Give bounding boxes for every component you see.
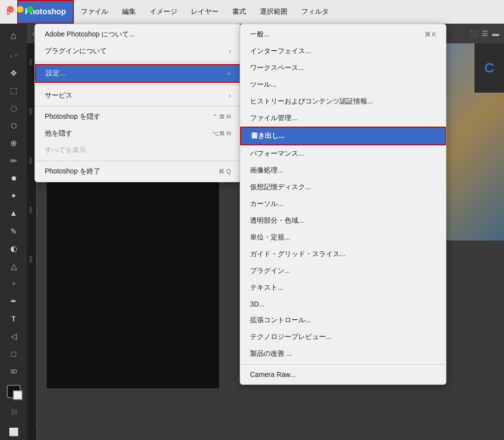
- menu-file[interactable]: ファイル: [74, 0, 115, 24]
- tool-eyedropper[interactable]: ✏: [5, 153, 23, 169]
- settings-image-processing[interactable]: 画像処理...: [240, 162, 446, 179]
- settings-history[interactable]: ヒストリーおよびコンテンツ認証情報...: [240, 93, 446, 110]
- divider-3: [35, 106, 241, 106]
- settings-performance[interactable]: パフォーマンス...: [240, 145, 446, 162]
- tool-shape[interactable]: □: [5, 346, 23, 363]
- settings-text[interactable]: テキスト...: [240, 279, 446, 296]
- menu-about-photoshop-label: Adobe Photoshop について...: [45, 30, 135, 39]
- settings-transparency-label: 透明部分・色域...: [250, 216, 304, 225]
- settings-cursors[interactable]: カーソル...: [240, 196, 446, 212]
- menu-filter[interactable]: フィルタ: [294, 0, 336, 24]
- settings-performance-label: パフォーマンス...: [250, 149, 304, 158]
- settings-product-improvement[interactable]: 製品の改善 ...: [240, 345, 446, 362]
- menu-quit-label: Photoshop を終了: [45, 167, 100, 176]
- settings-extended-controls[interactable]: 拡張コントロール...: [240, 312, 446, 329]
- menu-preferences[interactable]: 設定... ›: [35, 64, 241, 83]
- tool-home[interactable]: ⌂: [5, 28, 23, 44]
- tool-fg-color[interactable]: [7, 385, 21, 398]
- menu-services[interactable]: サービス ›: [35, 87, 241, 104]
- settings-general-label: 一般...: [250, 30, 270, 39]
- settings-scratch-disks[interactable]: 仮想記憶ディスク...: [240, 179, 446, 196]
- settings-guides-label: ガイド・グリッド・スライス...: [250, 250, 346, 259]
- menu-hide-photoshop-shortcut: ⌃ ⌘ H: [213, 113, 231, 120]
- settings-tools[interactable]: ツール...: [240, 76, 446, 93]
- tool-path[interactable]: ◁: [5, 328, 23, 345]
- menubar:  Photoshop ファイル 編集 イメージ レイヤー 書式 選択範囲 フィ…: [0, 0, 504, 24]
- tool-color-reset[interactable]: ⬛: [5, 404, 23, 421]
- settings-units[interactable]: 単位・定規...: [240, 229, 446, 246]
- settings-submenu: 一般... ⌘ K インターフェイス... ワークスペース... ツール... …: [240, 24, 446, 385]
- settings-general[interactable]: 一般... ⌘ K: [240, 26, 446, 43]
- settings-workspace[interactable]: ワークスペース...: [240, 60, 446, 76]
- menu-hide-others-label: 他を隠す: [45, 129, 72, 138]
- tool-blur[interactable]: △: [5, 258, 23, 275]
- settings-units-label: 単位・定規...: [250, 233, 290, 242]
- tool-pen[interactable]: ✒: [5, 293, 23, 310]
- menu-hide-others[interactable]: 他を隠す ⌥⌘ H: [35, 125, 241, 142]
- menu-image[interactable]: イメージ: [143, 0, 184, 24]
- settings-plugins[interactable]: プラグイン...: [240, 263, 446, 279]
- options-icon-3[interactable]: ▬: [492, 30, 499, 37]
- tool-separator: ▲▼: [5, 47, 23, 64]
- tool-move[interactable]: ✥: [5, 65, 23, 81]
- tool-gradient[interactable]: ◐: [5, 240, 23, 257]
- tool-3d[interactable]: 3D: [5, 363, 23, 380]
- tool-brush[interactable]: ✦: [5, 188, 23, 204]
- menu-quit[interactable]: Photoshop を終了 ⌘ Q: [35, 163, 241, 180]
- tool-stamp[interactable]: ▲: [5, 205, 23, 222]
- submenu-arrow-plugins: ›: [229, 48, 231, 55]
- settings-interface[interactable]: インターフェイス...: [240, 43, 446, 60]
- settings-3d[interactable]: 3D...: [240, 296, 446, 312]
- left-toolbar: ⌂ ▲▼ ✥ ⬚ ◌ ⬡ ⊕ ✏ ⬟ ✦ ▲ ✎ ◐ △ ✧ ✒ T ◁ □ 3…: [0, 24, 27, 440]
- options-icon-1[interactable]: ⬛: [470, 30, 478, 37]
- settings-image-processing-label: 画像処理...: [250, 166, 284, 175]
- close-button[interactable]: [7, 6, 14, 13]
- settings-plugins-label: プラグイン...: [250, 267, 290, 275]
- minimize-button[interactable]: [17, 6, 24, 13]
- svg-text:500: 500: [29, 206, 33, 213]
- tool-eraser[interactable]: ✎: [5, 223, 23, 239]
- settings-file-handling[interactable]: ファイル管理...: [240, 110, 446, 127]
- settings-transparency[interactable]: 透明部分・色域...: [240, 212, 446, 229]
- svg-text:600: 600: [29, 256, 33, 263]
- settings-tools-label: ツール...: [250, 80, 277, 89]
- settings-workspace-label: ワークスペース...: [250, 64, 304, 72]
- menu-about-photoshop[interactable]: Adobe Photoshop について...: [35, 26, 241, 43]
- menu-format[interactable]: 書式: [225, 0, 253, 24]
- submenu-arrow-preferences: ›: [228, 70, 230, 77]
- settings-general-shortcut: ⌘ K: [425, 31, 436, 38]
- submenu-arrow-services: ›: [229, 92, 231, 99]
- tool-select-rect[interactable]: ⬚: [5, 82, 23, 99]
- menu-layer[interactable]: レイヤー: [184, 0, 225, 24]
- settings-history-label: ヒストリーおよびコンテンツ認証情報...: [250, 97, 373, 106]
- menu-hide-photoshop[interactable]: Photoshop を隠す ⌃ ⌘ H: [35, 108, 241, 125]
- settings-export[interactable]: 書き出し...: [240, 127, 446, 145]
- photoshop-dropdown-menu: Adobe Photoshop について... プラグインについて › 設定..…: [34, 24, 241, 182]
- settings-file-handling-label: ファイル管理...: [250, 114, 297, 123]
- settings-interface-label: インターフェイス...: [250, 47, 311, 56]
- tool-dodge[interactable]: ✧: [5, 275, 23, 292]
- maximize-button[interactable]: [27, 6, 33, 13]
- menu-hide-others-shortcut: ⌥⌘ H: [212, 130, 231, 137]
- tool-screen-mode[interactable]: ⬜: [5, 423, 23, 440]
- options-icon-2[interactable]: ☰: [482, 30, 488, 37]
- menu-about-plugins[interactable]: プラグインについて ›: [35, 43, 241, 60]
- menu-about-plugins-label: プラグインについて: [45, 47, 107, 56]
- settings-camera-raw-label: Camera Raw...: [250, 371, 296, 378]
- settings-guides[interactable]: ガイド・グリッド・スライス...: [240, 246, 446, 263]
- menu-select[interactable]: 選択範囲: [253, 0, 294, 24]
- tool-crop[interactable]: ⬡: [5, 117, 23, 134]
- menu-quit-shortcut: ⌘ Q: [219, 168, 231, 175]
- menu-edit[interactable]: 編集: [115, 0, 143, 24]
- settings-cursors-label: カーソル...: [250, 200, 284, 208]
- settings-text-label: テキスト...: [250, 283, 284, 292]
- settings-camera-raw[interactable]: Camera Raw...: [240, 367, 446, 382]
- tool-lasso[interactable]: ◌: [5, 100, 23, 117]
- settings-technology-preview[interactable]: テクノロジープレビュー...: [240, 329, 446, 345]
- tool-type[interactable]: T: [5, 311, 23, 328]
- right-panel-label: C: [484, 60, 494, 76]
- tool-measure[interactable]: ⊕: [5, 135, 23, 152]
- settings-product-improvement-label: 製品の改善 ...: [250, 349, 292, 358]
- settings-scratch-disks-label: 仮想記憶ディスク...: [250, 183, 311, 192]
- tool-patch[interactable]: ⬟: [5, 170, 23, 187]
